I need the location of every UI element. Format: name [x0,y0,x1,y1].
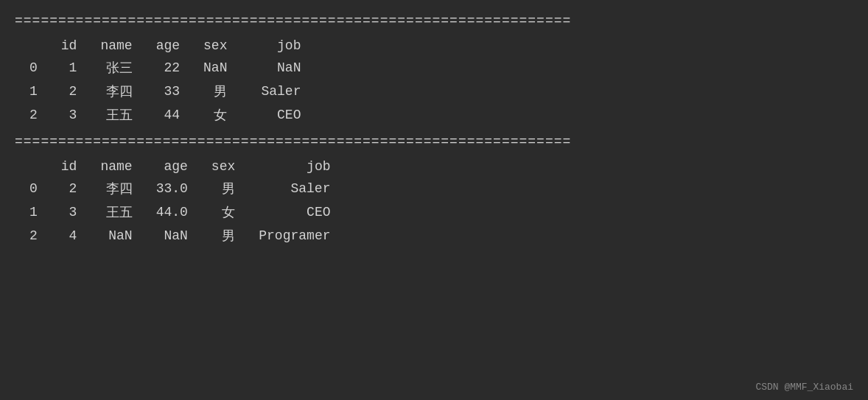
cell-id: 3 [49,200,89,224]
table1-header-id: id [49,35,89,56]
cell-sex: 男 [200,177,247,200]
table2-header-index [15,156,49,177]
table1-header-sex: sex [192,35,239,56]
table-row: 0 1 张三 22 NaN NaN [15,56,312,80]
cell-id: 3 [49,103,89,127]
cell-job: Programer [247,224,342,248]
table2-header-sex: sex [200,156,247,177]
cell-age: 44 [144,103,192,127]
table1-header-job: job [239,35,312,56]
cell-name: 王五 [88,200,144,224]
cell-id: 4 [49,224,89,248]
cell-job: Saler [247,177,342,200]
table1: id name age sex job 0 1 张三 22 NaN NaN 1 … [15,35,312,127]
cell-age: 22 [144,56,192,80]
watermark: CSDN @MMF_Xiaobai [755,382,853,393]
cell-id: 1 [49,56,89,80]
cell-age: NaN [144,224,200,248]
cell-name: 李四 [88,80,144,103]
table-row: 1 3 王五 44.0 女 CEO [15,200,342,224]
cell-job: NaN [239,56,312,80]
cell-age: 33.0 [144,177,200,200]
cell-name: 王五 [88,103,144,127]
table2-header-id: id [49,156,89,177]
table2-section: id name age sex job 0 2 李四 33.0 男 Saler … [15,156,853,248]
cell-job: CEO [247,200,342,224]
table2-header-job: job [247,156,342,177]
row-index: 0 [15,56,49,80]
cell-sex: 男 [200,224,247,248]
table2-header-age: age [144,156,200,177]
cell-id: 2 [49,177,89,200]
cell-sex: 女 [200,200,247,224]
cell-sex: 男 [192,80,239,103]
cell-job: CEO [239,103,312,127]
cell-name: 张三 [88,56,144,80]
row-index: 0 [15,177,49,200]
cell-sex: NaN [192,56,239,80]
top-divider: ========================================… [15,13,853,28]
table2-header-row: id name age sex job [15,156,342,177]
table2: id name age sex job 0 2 李四 33.0 男 Saler … [15,156,342,248]
table1-header-name: name [88,35,144,56]
cell-age: 33 [144,80,192,103]
row-index: 1 [15,80,49,103]
table-row: 0 2 李四 33.0 男 Saler [15,177,342,200]
row-index: 2 [15,224,49,248]
table-row: 2 4 NaN NaN 男 Programer [15,224,342,248]
table-row: 2 3 王五 44 女 CEO [15,103,312,127]
cell-name: NaN [88,224,144,248]
cell-age: 44.0 [144,200,200,224]
row-index: 1 [15,200,49,224]
table1-header-index [15,35,49,56]
middle-divider: ========================================… [15,134,853,149]
table1-section: id name age sex job 0 1 张三 22 NaN NaN 1 … [15,35,853,127]
table1-header-age: age [144,35,192,56]
table-row: 1 2 李四 33 男 Saler [15,80,312,103]
row-index: 2 [15,103,49,127]
table2-header-name: name [88,156,144,177]
cell-id: 2 [49,80,89,103]
cell-job: Saler [239,80,312,103]
cell-sex: 女 [192,103,239,127]
table1-header-row: id name age sex job [15,35,312,56]
cell-name: 李四 [88,177,144,200]
